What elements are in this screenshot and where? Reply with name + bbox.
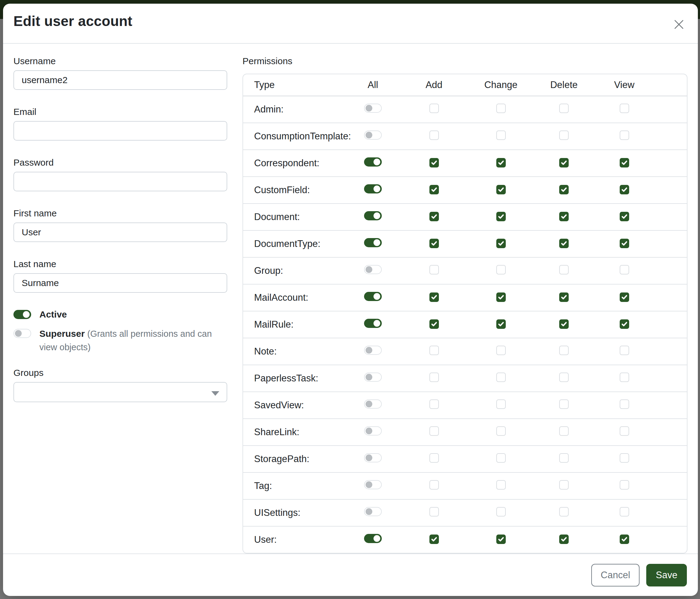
password-input[interactable] xyxy=(14,172,227,191)
perm-user-all-toggle[interactable] xyxy=(364,534,382,543)
perm-uisettings-all-toggle[interactable] xyxy=(364,507,382,516)
groups-select[interactable] xyxy=(14,382,227,402)
perm-storagepath-add-checkbox[interactable] xyxy=(429,453,439,463)
perm-correspondent-delete-checkbox[interactable] xyxy=(559,158,569,167)
email-field-group: Email xyxy=(14,106,227,141)
close-button[interactable] xyxy=(672,17,686,32)
perm-note-change-checkbox[interactable] xyxy=(496,346,506,355)
perm-savedview-all-toggle[interactable] xyxy=(364,400,382,409)
perm-document-view-checkbox[interactable] xyxy=(620,212,629,221)
perm-sharelink-delete-checkbox[interactable] xyxy=(559,426,569,436)
perm-user-add-checkbox[interactable] xyxy=(429,534,439,544)
perm-storagepath-delete-checkbox[interactable] xyxy=(559,453,569,463)
perm-note-view-checkbox[interactable] xyxy=(620,346,629,355)
perm-tag-add-checkbox[interactable] xyxy=(429,480,439,489)
perm-customfield-delete-checkbox[interactable] xyxy=(559,185,569,194)
perm-sharelink-view-checkbox[interactable] xyxy=(620,426,629,436)
perm-uisettings-view-checkbox[interactable] xyxy=(620,507,629,517)
perm-customfield-all-toggle[interactable] xyxy=(364,184,382,193)
superuser-toggle[interactable] xyxy=(14,329,31,338)
perm-consumptiontemplate-add-checkbox[interactable] xyxy=(429,130,439,140)
perm-mailaccount-change-checkbox[interactable] xyxy=(496,292,506,302)
perm-mailrule-add-checkbox[interactable] xyxy=(429,319,439,329)
perm-group-all-toggle[interactable] xyxy=(364,265,382,274)
perm-tag-change-checkbox[interactable] xyxy=(496,480,506,489)
perm-consumptiontemplate-all-toggle[interactable] xyxy=(364,130,382,140)
perm-document-all-toggle[interactable] xyxy=(364,211,382,220)
perm-documenttype-view-checkbox[interactable] xyxy=(620,239,629,248)
perm-uisettings-change-checkbox[interactable] xyxy=(496,507,506,517)
perm-group-view-checkbox[interactable] xyxy=(620,265,629,274)
username-input[interactable] xyxy=(14,70,227,90)
perm-col-header-type: Type xyxy=(243,79,347,91)
perm-documenttype-all-toggle[interactable] xyxy=(364,238,382,247)
perm-note-add-checkbox[interactable] xyxy=(429,346,439,355)
perm-sharelink-change-checkbox[interactable] xyxy=(496,426,506,436)
perm-mailrule-change-checkbox[interactable] xyxy=(496,319,506,329)
perm-mailrule-view-checkbox[interactable] xyxy=(620,319,629,329)
perm-admin-add-checkbox[interactable] xyxy=(429,103,439,113)
perm-customfield-change-checkbox[interactable] xyxy=(496,185,506,194)
perm-paperlesstask-delete-checkbox[interactable] xyxy=(559,373,569,382)
perm-document-change-checkbox[interactable] xyxy=(496,212,506,221)
perm-col-header-delete: Delete xyxy=(550,79,578,91)
perm-correspondent-view-checkbox[interactable] xyxy=(620,158,629,167)
perm-user-view-checkbox[interactable] xyxy=(620,534,629,544)
perm-customfield-add-checkbox[interactable] xyxy=(429,185,439,194)
perm-correspondent-all-toggle[interactable] xyxy=(364,158,382,167)
perm-consumptiontemplate-view-checkbox[interactable] xyxy=(620,130,629,140)
perm-customfield-view-checkbox[interactable] xyxy=(620,185,629,194)
perm-storagepath-change-checkbox[interactable] xyxy=(496,453,506,463)
perm-documenttype-add-checkbox[interactable] xyxy=(429,239,439,248)
perm-note-delete-checkbox[interactable] xyxy=(559,346,569,355)
perm-correspondent-add-checkbox[interactable] xyxy=(429,158,439,167)
perm-tag-all-toggle[interactable] xyxy=(364,480,382,489)
perm-user-delete-checkbox[interactable] xyxy=(559,534,569,544)
perm-mailaccount-all-toggle[interactable] xyxy=(364,292,382,301)
perm-correspondent-change-checkbox[interactable] xyxy=(496,158,506,167)
perm-documenttype-change-checkbox[interactable] xyxy=(496,239,506,248)
save-button[interactable]: Save xyxy=(646,564,687,586)
perm-mailaccount-delete-checkbox[interactable] xyxy=(559,292,569,302)
perm-group-change-checkbox[interactable] xyxy=(496,265,506,274)
perm-document-add-checkbox[interactable] xyxy=(429,212,439,221)
perm-savedview-change-checkbox[interactable] xyxy=(496,400,506,409)
perm-group-add-checkbox[interactable] xyxy=(429,265,439,274)
perm-mailrule-all-toggle[interactable] xyxy=(364,319,382,328)
perm-sharelink-all-toggle[interactable] xyxy=(364,426,382,435)
cancel-button[interactable]: Cancel xyxy=(591,564,640,586)
perm-consumptiontemplate-change-checkbox[interactable] xyxy=(496,130,506,140)
perm-paperlesstask-add-checkbox[interactable] xyxy=(429,373,439,382)
perm-paperlesstask-view-checkbox[interactable] xyxy=(620,373,629,382)
perm-uisettings-add-checkbox[interactable] xyxy=(429,507,439,517)
perm-savedview-view-checkbox[interactable] xyxy=(620,400,629,409)
perm-mailrule-delete-checkbox[interactable] xyxy=(559,319,569,329)
perm-tag-view-checkbox[interactable] xyxy=(620,480,629,489)
perm-admin-change-checkbox[interactable] xyxy=(496,103,506,113)
perm-paperlesstask-all-toggle[interactable] xyxy=(364,373,382,382)
perm-uisettings-delete-checkbox[interactable] xyxy=(559,507,569,517)
perm-admin-delete-checkbox[interactable] xyxy=(559,103,569,113)
active-toggle[interactable] xyxy=(14,310,31,319)
perm-document-delete-checkbox[interactable] xyxy=(559,212,569,221)
perm-savedview-add-checkbox[interactable] xyxy=(429,400,439,409)
perm-group-delete-checkbox[interactable] xyxy=(559,265,569,274)
perm-admin-all-toggle[interactable] xyxy=(364,103,382,113)
perm-storagepath-all-toggle[interactable] xyxy=(364,453,382,462)
perm-sharelink-add-checkbox[interactable] xyxy=(429,426,439,436)
perm-consumptiontemplate-delete-checkbox[interactable] xyxy=(559,130,569,140)
last-name-input[interactable] xyxy=(14,273,227,293)
perm-mailaccount-view-checkbox[interactable] xyxy=(620,292,629,302)
perm-mailaccount-add-checkbox[interactable] xyxy=(429,292,439,302)
perm-note-all-toggle[interactable] xyxy=(364,346,382,355)
perm-storagepath-view-checkbox[interactable] xyxy=(620,453,629,463)
perm-user-change-checkbox[interactable] xyxy=(496,534,506,544)
perm-tag-delete-checkbox[interactable] xyxy=(559,480,569,489)
perm-paperlesstask-change-checkbox[interactable] xyxy=(496,373,506,382)
perm-type-label-storagepath: StoragePath: xyxy=(243,454,347,464)
perm-documenttype-delete-checkbox[interactable] xyxy=(559,239,569,248)
first-name-input[interactable] xyxy=(14,222,227,242)
perm-savedview-delete-checkbox[interactable] xyxy=(559,400,569,409)
email-input[interactable] xyxy=(14,121,227,141)
perm-admin-view-checkbox[interactable] xyxy=(620,103,629,113)
